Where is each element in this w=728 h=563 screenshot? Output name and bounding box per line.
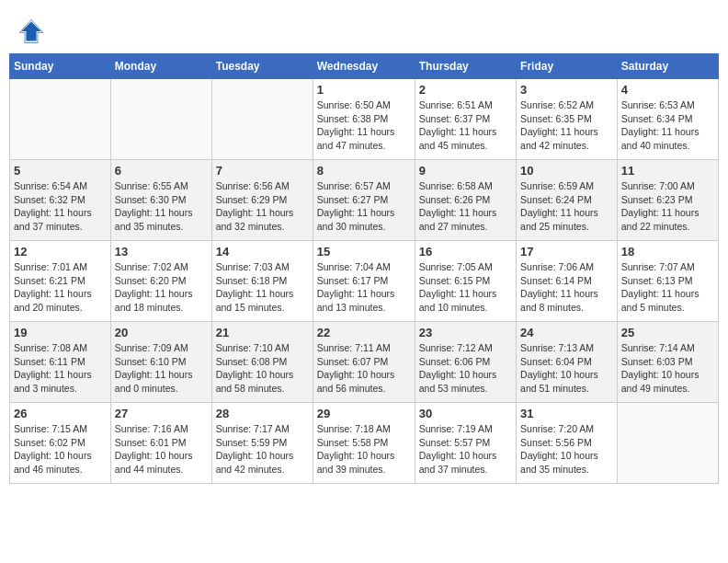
day-number: 31 xyxy=(520,407,613,420)
calendar-day-cell xyxy=(617,403,718,484)
calendar-day-cell: 8Sunrise: 6:57 AM Sunset: 6:27 PM Daylig… xyxy=(313,160,415,241)
calendar-day-cell: 13Sunrise: 7:02 AM Sunset: 6:20 PM Dayli… xyxy=(110,241,211,322)
weekday-header-sunday: Sunday xyxy=(10,54,111,79)
logo-icon xyxy=(18,18,44,44)
day-number: 19 xyxy=(14,326,107,339)
calendar-day-cell: 18Sunrise: 7:07 AM Sunset: 6:13 PM Dayli… xyxy=(617,241,718,322)
calendar-day-cell: 27Sunrise: 7:16 AM Sunset: 6:01 PM Dayli… xyxy=(110,403,211,484)
day-number: 20 xyxy=(115,326,208,339)
day-number: 26 xyxy=(14,407,107,420)
calendar-day-cell: 12Sunrise: 7:01 AM Sunset: 6:21 PM Dayli… xyxy=(10,241,111,322)
weekday-header-wednesday: Wednesday xyxy=(313,54,415,79)
day-info: Sunrise: 7:00 AM Sunset: 6:23 PM Dayligh… xyxy=(621,179,714,234)
calendar-week-row: 26Sunrise: 7:15 AM Sunset: 6:02 PM Dayli… xyxy=(10,403,719,484)
day-info: Sunrise: 7:11 AM Sunset: 6:07 PM Dayligh… xyxy=(317,341,411,396)
calendar-day-cell xyxy=(110,79,211,160)
day-number: 29 xyxy=(317,407,411,420)
weekday-header-row: SundayMondayTuesdayWednesdayThursdayFrid… xyxy=(10,54,719,79)
day-number: 22 xyxy=(317,326,411,339)
calendar-day-cell: 9Sunrise: 6:58 AM Sunset: 6:26 PM Daylig… xyxy=(415,160,516,241)
day-number: 27 xyxy=(115,407,208,420)
day-info: Sunrise: 7:13 AM Sunset: 6:04 PM Dayligh… xyxy=(520,341,613,396)
day-number: 14 xyxy=(216,245,309,259)
day-info: Sunrise: 6:50 AM Sunset: 6:38 PM Dayligh… xyxy=(317,98,411,153)
day-info: Sunrise: 6:59 AM Sunset: 6:24 PM Dayligh… xyxy=(520,179,613,234)
weekday-header-monday: Monday xyxy=(110,54,211,79)
day-info: Sunrise: 7:17 AM Sunset: 5:59 PM Dayligh… xyxy=(216,422,309,477)
day-info: Sunrise: 7:15 AM Sunset: 6:02 PM Dayligh… xyxy=(14,422,107,477)
header xyxy=(9,9,719,49)
day-number: 23 xyxy=(419,326,512,339)
day-number: 3 xyxy=(520,83,613,97)
calendar-day-cell: 4Sunrise: 6:53 AM Sunset: 6:34 PM Daylig… xyxy=(617,79,718,160)
day-number: 24 xyxy=(520,326,613,339)
calendar-day-cell: 1Sunrise: 6:50 AM Sunset: 6:38 PM Daylig… xyxy=(313,79,415,160)
day-number: 30 xyxy=(419,407,512,420)
weekday-header-tuesday: Tuesday xyxy=(211,54,313,79)
calendar-day-cell: 15Sunrise: 7:04 AM Sunset: 6:17 PM Dayli… xyxy=(313,241,415,322)
day-number: 12 xyxy=(14,245,107,259)
calendar-day-cell: 5Sunrise: 6:54 AM Sunset: 6:32 PM Daylig… xyxy=(10,160,111,241)
calendar-day-cell xyxy=(10,79,111,160)
calendar-day-cell: 6Sunrise: 6:55 AM Sunset: 6:30 PM Daylig… xyxy=(110,160,211,241)
day-info: Sunrise: 7:09 AM Sunset: 6:10 PM Dayligh… xyxy=(115,341,208,396)
day-info: Sunrise: 7:20 AM Sunset: 5:56 PM Dayligh… xyxy=(520,422,613,477)
calendar-day-cell: 11Sunrise: 7:00 AM Sunset: 6:23 PM Dayli… xyxy=(617,160,718,241)
day-info: Sunrise: 7:19 AM Sunset: 5:57 PM Dayligh… xyxy=(419,422,512,477)
day-number: 1 xyxy=(317,83,411,97)
calendar-day-cell xyxy=(211,79,313,160)
calendar-day-cell: 17Sunrise: 7:06 AM Sunset: 6:14 PM Dayli… xyxy=(517,241,618,322)
day-info: Sunrise: 6:51 AM Sunset: 6:37 PM Dayligh… xyxy=(419,98,512,153)
day-number: 16 xyxy=(419,245,512,259)
day-number: 17 xyxy=(520,245,613,259)
calendar-day-cell: 22Sunrise: 7:11 AM Sunset: 6:07 PM Dayli… xyxy=(313,322,415,403)
calendar-week-row: 1Sunrise: 6:50 AM Sunset: 6:38 PM Daylig… xyxy=(10,79,719,160)
calendar-week-row: 12Sunrise: 7:01 AM Sunset: 6:21 PM Dayli… xyxy=(10,241,719,322)
day-info: Sunrise: 7:10 AM Sunset: 6:08 PM Dayligh… xyxy=(216,341,309,396)
day-info: Sunrise: 6:57 AM Sunset: 6:27 PM Dayligh… xyxy=(317,179,411,234)
day-number: 7 xyxy=(216,164,309,178)
day-info: Sunrise: 7:14 AM Sunset: 6:03 PM Dayligh… xyxy=(621,341,714,396)
day-number: 9 xyxy=(419,164,512,178)
day-number: 25 xyxy=(621,326,714,339)
day-number: 5 xyxy=(14,164,107,178)
calendar-day-cell: 21Sunrise: 7:10 AM Sunset: 6:08 PM Dayli… xyxy=(211,322,313,403)
day-info: Sunrise: 7:16 AM Sunset: 6:01 PM Dayligh… xyxy=(115,422,208,477)
calendar-day-cell: 30Sunrise: 7:19 AM Sunset: 5:57 PM Dayli… xyxy=(415,403,516,484)
weekday-header-thursday: Thursday xyxy=(415,54,516,79)
calendar-day-cell: 2Sunrise: 6:51 AM Sunset: 6:37 PM Daylig… xyxy=(415,79,516,160)
day-info: Sunrise: 6:56 AM Sunset: 6:29 PM Dayligh… xyxy=(216,179,309,234)
day-number: 28 xyxy=(216,407,309,420)
day-info: Sunrise: 6:52 AM Sunset: 6:35 PM Dayligh… xyxy=(520,98,613,153)
day-info: Sunrise: 6:58 AM Sunset: 6:26 PM Dayligh… xyxy=(419,179,512,234)
calendar-day-cell: 26Sunrise: 7:15 AM Sunset: 6:02 PM Dayli… xyxy=(10,403,111,484)
logo xyxy=(18,18,48,44)
calendar-table: SundayMondayTuesdayWednesdayThursdayFrid… xyxy=(9,53,719,484)
day-number: 18 xyxy=(621,245,714,259)
calendar-day-cell: 29Sunrise: 7:18 AM Sunset: 5:58 PM Dayli… xyxy=(313,403,415,484)
calendar-week-row: 5Sunrise: 6:54 AM Sunset: 6:32 PM Daylig… xyxy=(10,160,719,241)
day-number: 4 xyxy=(621,83,714,97)
weekday-header-saturday: Saturday xyxy=(617,54,718,79)
day-info: Sunrise: 7:06 AM Sunset: 6:14 PM Dayligh… xyxy=(520,260,613,315)
calendar-day-cell: 16Sunrise: 7:05 AM Sunset: 6:15 PM Dayli… xyxy=(415,241,516,322)
calendar-day-cell: 31Sunrise: 7:20 AM Sunset: 5:56 PM Dayli… xyxy=(517,403,618,484)
day-info: Sunrise: 6:53 AM Sunset: 6:34 PM Dayligh… xyxy=(621,98,714,153)
day-info: Sunrise: 6:54 AM Sunset: 6:32 PM Dayligh… xyxy=(14,179,107,234)
day-info: Sunrise: 7:18 AM Sunset: 5:58 PM Dayligh… xyxy=(317,422,411,477)
calendar-day-cell: 28Sunrise: 7:17 AM Sunset: 5:59 PM Dayli… xyxy=(211,403,313,484)
calendar-day-cell: 20Sunrise: 7:09 AM Sunset: 6:10 PM Dayli… xyxy=(110,322,211,403)
calendar-day-cell: 19Sunrise: 7:08 AM Sunset: 6:11 PM Dayli… xyxy=(10,322,111,403)
calendar-day-cell: 7Sunrise: 6:56 AM Sunset: 6:29 PM Daylig… xyxy=(211,160,313,241)
day-number: 21 xyxy=(216,326,309,339)
day-info: Sunrise: 7:04 AM Sunset: 6:17 PM Dayligh… xyxy=(317,260,411,315)
day-number: 10 xyxy=(520,164,613,178)
day-info: Sunrise: 7:08 AM Sunset: 6:11 PM Dayligh… xyxy=(14,341,107,396)
day-info: Sunrise: 6:55 AM Sunset: 6:30 PM Dayligh… xyxy=(115,179,208,234)
day-info: Sunrise: 7:02 AM Sunset: 6:20 PM Dayligh… xyxy=(115,260,208,315)
day-number: 2 xyxy=(419,83,512,97)
day-info: Sunrise: 7:05 AM Sunset: 6:15 PM Dayligh… xyxy=(419,260,512,315)
calendar-day-cell: 3Sunrise: 6:52 AM Sunset: 6:35 PM Daylig… xyxy=(517,79,618,160)
day-number: 15 xyxy=(317,245,411,259)
calendar-day-cell: 25Sunrise: 7:14 AM Sunset: 6:03 PM Dayli… xyxy=(617,322,718,403)
